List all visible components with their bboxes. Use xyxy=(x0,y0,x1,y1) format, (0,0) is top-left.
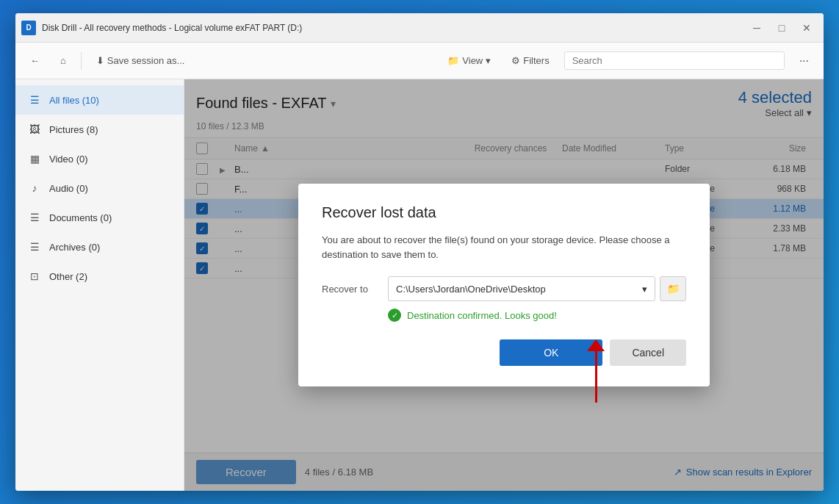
browse-icon: 📁 xyxy=(667,283,680,295)
sidebar-item-archives[interactable]: ☰ Archives (0) xyxy=(15,232,184,262)
search-container xyxy=(564,51,785,70)
search-input[interactable] xyxy=(564,51,785,70)
app-icon: D xyxy=(21,21,36,35)
sidebar-item-documents[interactable]: ☰ Documents (0) xyxy=(15,203,184,232)
sidebar: ☰ All files (10) 🖼 Pictures (8) ▦ Video … xyxy=(15,79,184,491)
dialog-description: You are about to recover the file(s) fou… xyxy=(322,233,686,262)
dialog-actions: OK Cancel xyxy=(322,339,686,366)
view-button[interactable]: 📁 View ▾ xyxy=(442,52,497,69)
download-icon: ⬇ xyxy=(96,55,104,66)
back-button[interactable]: ← xyxy=(24,52,46,69)
sidebar-item-audio[interactable]: ♪ Audio (0) xyxy=(15,173,184,203)
main-wrapper: Found files - EXFAT ▾ 4 selected Select … xyxy=(184,79,824,491)
sidebar-item-all-files[interactable]: ☰ All files (10) xyxy=(15,85,184,115)
cancel-button[interactable]: Cancel xyxy=(610,339,686,366)
titlebar: D Disk Drill - All recovery methods - Lo… xyxy=(15,13,824,43)
documents-icon: ☰ xyxy=(27,210,42,225)
toolbar-separator xyxy=(81,52,82,70)
modal-overlay: Recover lost data You are about to recov… xyxy=(184,79,824,491)
close-button[interactable]: ✕ xyxy=(796,17,818,39)
more-button[interactable]: ··· xyxy=(793,51,815,71)
home-button[interactable]: ⌂ xyxy=(54,52,72,69)
chevron-down-icon: ▾ xyxy=(486,55,491,66)
window-title: Disk Drill - All recovery methods - Logi… xyxy=(42,23,746,33)
sidebar-item-pictures[interactable]: 🖼 Pictures (8) xyxy=(15,115,184,144)
audio-icon: ♪ xyxy=(27,181,42,195)
sidebar-item-other[interactable]: ⊡ Other (2) xyxy=(15,262,184,291)
recover-dialog: Recover lost data You are about to recov… xyxy=(298,184,710,386)
toolbar: ← ⌂ ⬇ Save session as... 📁 View ▾ ⚙ Filt… xyxy=(15,43,824,79)
video-icon: ▦ xyxy=(27,151,42,166)
path-select[interactable]: C:\Users\Jordan\OneDrive\Desktop ▾ xyxy=(388,276,655,301)
recover-to-label: Recover to xyxy=(322,284,381,295)
all-files-icon: ☰ xyxy=(27,93,42,107)
content-area: ☰ All files (10) 🖼 Pictures (8) ▦ Video … xyxy=(15,79,824,491)
minimize-button[interactable]: ─ xyxy=(746,17,768,39)
folder-icon: 📁 xyxy=(447,55,459,66)
filters-button[interactable]: ⚙ Filters xyxy=(505,52,555,69)
ok-button[interactable]: OK xyxy=(500,339,602,366)
confirm-message: ✓ Destination confirmed. Looks good! xyxy=(322,309,686,322)
pictures-icon: 🖼 xyxy=(27,122,42,137)
other-icon: ⊡ xyxy=(27,269,42,284)
window-controls: ─ □ ✕ xyxy=(746,17,818,39)
check-icon: ✓ xyxy=(388,309,401,322)
archives-icon: ☰ xyxy=(27,240,42,254)
filter-icon: ⚙ xyxy=(511,55,520,66)
dialog-title: Recover lost data xyxy=(322,204,686,221)
browse-button[interactable]: 📁 xyxy=(660,276,686,301)
save-session-button[interactable]: ⬇ Save session as... xyxy=(90,52,191,69)
path-selector: C:\Users\Jordan\OneDrive\Desktop ▾ 📁 xyxy=(388,276,686,301)
sidebar-item-video[interactable]: ▦ Video (0) xyxy=(15,144,184,173)
maximize-button[interactable]: □ xyxy=(771,17,793,39)
path-chevron: ▾ xyxy=(642,284,647,295)
recover-to-row: Recover to C:\Users\Jordan\OneDrive\Desk… xyxy=(322,276,686,301)
